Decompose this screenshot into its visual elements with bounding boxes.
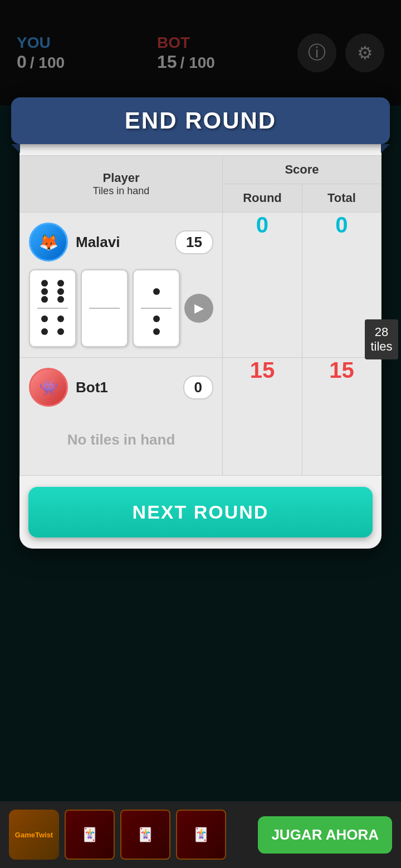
col-round: Round	[223, 184, 302, 213]
ad-play-button[interactable]: JUGAR AHORA	[258, 816, 392, 854]
player-name-0: Malavi	[76, 234, 120, 251]
modal-header: END ROUND	[11, 97, 390, 144]
ad-card-1: 🃏	[65, 810, 115, 860]
modal-overlay: END ROUND Player Tiles in hand Score Rou…	[0, 0, 401, 868]
score-table: Player Tiles in hand Score Round Total	[19, 155, 382, 476]
domino-0-2	[133, 269, 180, 347]
tiles-row-0: ▶	[29, 269, 213, 347]
domino-0-0-bot	[33, 309, 72, 342]
player-cell-1: 👾 Bot1 0 No tiles in hand	[20, 358, 222, 475]
no-tiles-text: No tiles in hand	[29, 415, 213, 465]
domino-0-0-top	[33, 275, 72, 308]
avatar-0: 🦊	[29, 223, 68, 262]
domino-0-1	[81, 269, 128, 347]
ad-card-2: 🃏	[120, 810, 170, 860]
player-cell-0: 🦊 Malavi 15	[20, 213, 222, 357]
ad-logo: GameTwist	[9, 810, 59, 860]
domino-0-0	[29, 269, 76, 347]
col-score: Score	[223, 156, 382, 184]
ad-card-3: 🃏	[176, 810, 226, 860]
player-name-1: Bot1	[76, 379, 108, 396]
next-round-button[interactable]: NEXT ROUND	[28, 487, 373, 537]
player-info-1: 👾 Bot1 0	[29, 368, 213, 407]
modal-card: END ROUND Player Tiles in hand Score Rou…	[19, 103, 382, 549]
player-info-0: 🦊 Malavi 15	[29, 223, 213, 262]
col-total: Total	[302, 184, 381, 213]
tiles-next-btn[interactable]: ▶	[184, 294, 213, 323]
player-row-0: 🦊 Malavi 15	[20, 213, 382, 358]
round-score-0: 0	[223, 213, 302, 358]
player-row-1: 👾 Bot1 0 No tiles in hand 15 15	[20, 358, 382, 476]
modal-title: END ROUND	[125, 107, 276, 134]
tile-count-0: 15	[175, 230, 213, 254]
round-score-1: 15	[223, 358, 302, 476]
side-banner: 28 tiles	[365, 319, 398, 359]
total-score-1: 15	[302, 358, 381, 476]
avatar-1: 👾	[29, 368, 68, 407]
col-player: Player Tiles in hand	[20, 156, 223, 213]
tile-count-1: 0	[183, 376, 213, 400]
bottom-ad: GameTwist 🃏 🃏 🃏 JUGAR AHORA	[0, 801, 401, 868]
